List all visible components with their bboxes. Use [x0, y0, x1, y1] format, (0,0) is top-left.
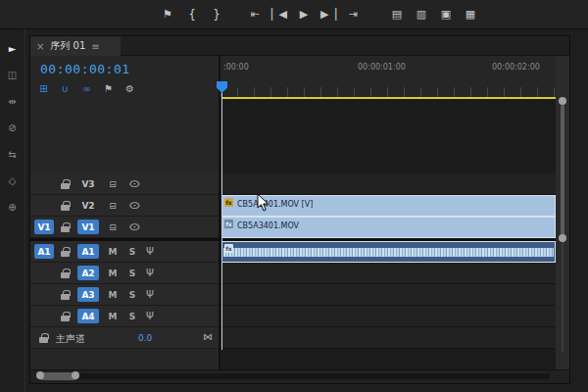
step-back-button[interactable]: ▏◀	[267, 3, 291, 26]
source-patch-v1[interactable]: V1	[34, 220, 54, 234]
lane-master[interactable]	[220, 327, 556, 349]
clip-v1[interactable]: fx CB5A3401.MOV	[221, 217, 556, 238]
timeline-settings-wrench-icon[interactable]: ⚙	[122, 81, 137, 95]
mute-button[interactable]: M	[105, 266, 121, 280]
panel-tab-bar: × 序列 01 ≡	[30, 36, 569, 56]
close-panel-icon[interactable]: ×	[36, 41, 44, 52]
track-target-v1[interactable]: V1	[77, 220, 99, 234]
solo-button[interactable]: S	[124, 287, 140, 302]
ruler-label-1: 00:00:01:00	[358, 63, 406, 72]
lock-icon[interactable]	[60, 245, 72, 259]
track-target-a4[interactable]: A4	[77, 309, 99, 323]
time-ruler[interactable]	[220, 87, 556, 97]
panel-menu-icon[interactable]: ≡	[91, 41, 99, 52]
track-target-v2[interactable]: V2	[77, 198, 99, 213]
lock-icon[interactable]	[60, 310, 72, 323]
add-marker-button[interactable]: ⚑	[155, 3, 179, 26]
lock-icon[interactable]	[38, 331, 50, 345]
track-output-eye-icon[interactable]: ⊙	[122, 220, 145, 234]
mute-button[interactable]: M	[105, 309, 121, 323]
lock-icon[interactable]	[60, 220, 72, 234]
slip-tool-icon[interactable]: ⇆	[5, 147, 21, 162]
vertical-zoom-handle-bottom[interactable]	[559, 234, 566, 242]
multi-camera-button[interactable]: ▦	[458, 3, 482, 26]
go-to-out-button[interactable]: ⇥	[340, 3, 365, 26]
sync-lock-icon[interactable]: ⊟	[105, 198, 121, 213]
sequence-tab-title: 序列 01	[50, 39, 85, 53]
lock-icon[interactable]	[60, 199, 72, 213]
voiceover-mic-icon[interactable]: Ψ	[142, 244, 158, 259]
linked-selection-icon[interactable]: ∞	[79, 81, 94, 95]
fx-badge-icon[interactable]: fx	[224, 220, 233, 228]
transport-toolbar: ⚑ { } ⇤ ▏◀ ▶ ▶▕ ⇥ ▤ ▥ ▣ ▦	[0, 0, 588, 29]
playhead-timecode[interactable]: 00:00:00:01	[40, 62, 130, 76]
track-header-v1: V1 V1 ⊟ ⊙	[30, 217, 219, 238]
source-patch-a1[interactable]: A1	[34, 244, 54, 259]
pan-bowtie-icon[interactable]: ⋈	[203, 331, 213, 342]
solo-button[interactable]: S	[124, 244, 140, 259]
master-track-header: 主声道 0.0 ⋈	[30, 327, 219, 349]
timeline-mini-toolbar: ⊞ ∪ ∞ ⚑ ⚙	[36, 81, 137, 95]
sequence-tab[interactable]: × 序列 01 ≡	[30, 36, 121, 56]
mute-button[interactable]: M	[105, 287, 121, 302]
fx-badge-icon[interactable]: fx	[224, 244, 233, 253]
mark-out-button[interactable]: }	[204, 3, 228, 26]
timeline-panel: × 序列 01 ≡ 00:00:00:01 ⊞ ∪ ∞ ⚑ ⚙ :00:00 0…	[29, 35, 570, 384]
track-header-a3: A3 M S Ψ	[30, 284, 219, 306]
horizontal-scrollbar-track[interactable]	[38, 373, 550, 379]
export-frame-button[interactable]: ▣	[433, 3, 458, 26]
video-audio-divider[interactable]	[30, 238, 556, 241]
clip-title: CB5A3401.MOV [V]	[237, 200, 313, 209]
play-button[interactable]: ▶	[291, 3, 316, 26]
zoom-handle-left[interactable]	[36, 371, 44, 379]
track-select-tool-icon[interactable]: ◫	[5, 68, 21, 82]
mark-in-button[interactable]: {	[179, 3, 204, 26]
audio-waveform	[223, 248, 554, 257]
selection-tool-icon[interactable]: ►	[5, 41, 21, 56]
work-area-bar[interactable]	[221, 97, 556, 99]
clip-a1-audio[interactable]: fx	[221, 241, 556, 263]
lane-v3[interactable]	[220, 173, 556, 195]
sync-lock-icon[interactable]: ⊟	[105, 176, 121, 191]
track-target-a1[interactable]: A1	[77, 244, 99, 259]
track-target-a3[interactable]: A3	[77, 287, 99, 302]
ripple-edit-tool-icon[interactable]: ⇹	[5, 94, 21, 109]
vertical-zoom-handle-top[interactable]	[559, 97, 566, 105]
pen-tool-icon[interactable]: ◇	[5, 173, 21, 188]
vertical-scrollbar-thumb[interactable]	[561, 105, 564, 236]
extract-button[interactable]: ▥	[409, 3, 433, 26]
sync-lock-icon[interactable]: ⊟	[105, 220, 121, 234]
zoom-tool-icon[interactable]: ⊕	[5, 200, 21, 215]
ruler-label-0: :00:00	[223, 63, 249, 72]
master-gain-value[interactable]: 0.0	[138, 333, 152, 343]
lane-a2[interactable]	[220, 263, 556, 284]
step-forward-button[interactable]: ▶▕	[316, 3, 340, 26]
track-output-eye-icon[interactable]: ⊙	[122, 176, 145, 191]
snap-magnet-icon[interactable]: ∪	[58, 81, 73, 95]
lane-a3[interactable]	[220, 284, 556, 306]
voiceover-mic-icon[interactable]: Ψ	[142, 287, 158, 302]
lock-icon[interactable]	[60, 177, 72, 191]
track-header-v2: V2 ⊟ ⊙	[30, 195, 219, 217]
header-lane-divider	[219, 56, 220, 369]
lock-icon[interactable]	[60, 267, 72, 280]
track-target-v3[interactable]: V3	[77, 176, 99, 191]
nest-source-toggle-icon[interactable]: ⊞	[36, 81, 51, 95]
solo-button[interactable]: S	[124, 309, 140, 323]
clip-v2[interactable]: fx CB5A3401.MOV [V]	[221, 195, 556, 217]
voiceover-mic-icon[interactable]: Ψ	[142, 309, 158, 323]
solo-button[interactable]: S	[124, 266, 140, 280]
track-target-a2[interactable]: A2	[77, 266, 99, 280]
mute-button[interactable]: M	[105, 244, 121, 259]
lock-icon[interactable]	[60, 288, 72, 302]
go-to-in-button[interactable]: ⇤	[242, 3, 267, 26]
razor-tool-icon[interactable]: ⊘	[5, 121, 21, 135]
track-header-a1: A1 A1 M S Ψ	[30, 241, 219, 263]
lift-button[interactable]: ▤	[384, 3, 409, 26]
zoom-handle-right[interactable]	[72, 371, 79, 379]
track-output-eye-icon[interactable]: ⊙	[122, 198, 145, 213]
add-marker-icon[interactable]: ⚑	[101, 81, 116, 95]
voiceover-mic-icon[interactable]: Ψ	[142, 266, 158, 280]
fx-badge-icon[interactable]: fx	[224, 198, 233, 207]
lane-a4[interactable]	[220, 306, 556, 327]
